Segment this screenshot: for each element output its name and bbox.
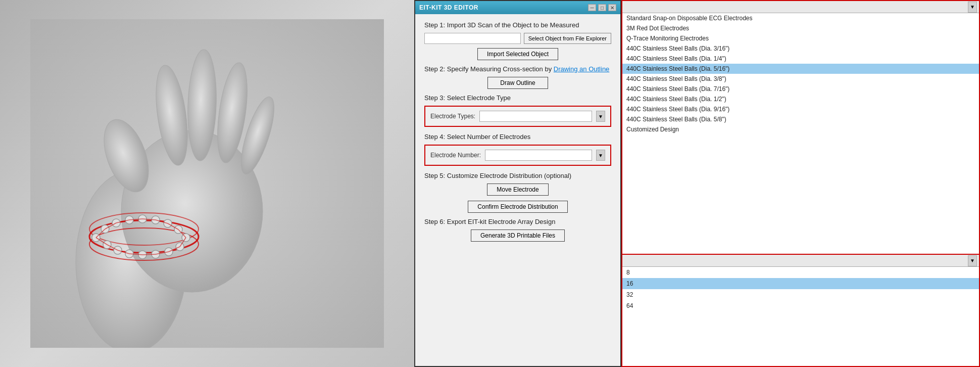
electrode-type-dropdown-arrow[interactable]: ▼ xyxy=(596,111,605,122)
editor-panel: EIT-KIT 3D EDITOR ─ □ ✕ Step 1: Import 3… xyxy=(414,0,621,367)
hand-visual xyxy=(0,0,414,367)
electrode-numbers-list[interactable]: 8163264 xyxy=(622,267,979,366)
electrode-types-panel: ▼ Standard Snap-on Disposable ECG Electr… xyxy=(622,1,979,255)
minimize-button[interactable]: ─ xyxy=(588,4,596,11)
electrode-number-label: Electrode Number: xyxy=(430,152,481,159)
editor-title: EIT-KIT 3D EDITOR xyxy=(419,4,478,11)
file-input[interactable] xyxy=(424,33,521,44)
electrode-numbers-arrow[interactable]: ▼ xyxy=(968,255,977,266)
editor-content: Step 1: Import 3D Scan of the Object to … xyxy=(415,14,620,366)
svg-line-38 xyxy=(142,254,156,255)
hand-svg xyxy=(30,19,384,348)
import-btn-row: Import Selected Object xyxy=(424,48,611,60)
close-button[interactable]: ✕ xyxy=(608,4,616,11)
electrode-type-item[interactable]: 440C Stainless Steel Balls (Dia. 7/16") xyxy=(622,84,979,94)
step2-title: Step 2: Specify Measuring Cross-section … xyxy=(424,65,611,73)
move-btn-row: Move Electrode xyxy=(424,183,611,196)
electrode-numbers-panel: ▼ 8163264 xyxy=(622,255,979,366)
maximize-button[interactable]: □ xyxy=(598,4,606,11)
step1-title: Step 1: Import 3D Scan of the Object to … xyxy=(424,21,611,29)
electrode-type-item[interactable]: Standard Snap-on Disposable ECG Electrod… xyxy=(622,13,979,23)
electrode-number-item[interactable]: 16 xyxy=(622,278,979,289)
electrode-number-item[interactable]: 64 xyxy=(622,300,979,311)
confirm-distribution-button[interactable]: Confirm Electrode Distribution xyxy=(468,201,567,213)
move-electrode-button[interactable]: Move Electrode xyxy=(487,183,548,196)
electrode-type-item[interactable]: 440C Stainless Steel Balls (Dia. 1/2") xyxy=(622,94,979,104)
step4-title: Step 4: Select Number of Electrodes xyxy=(424,133,611,141)
confirm-btn-row: Confirm Electrode Distribution xyxy=(424,201,611,213)
file-row: Select Object from File Explorer xyxy=(424,33,611,44)
electrode-type-item[interactable]: Q-Trace Monitoring Electrodes xyxy=(622,33,979,43)
generate-btn-row: Generate 3D Printable Files xyxy=(424,230,611,242)
step5-title: Step 5: Customize Electrode Distribution… xyxy=(424,172,611,179)
draw-btn-row: Draw Outline xyxy=(424,77,611,89)
electrode-number-dropdown-arrow[interactable]: ▼ xyxy=(596,150,605,161)
electrode-type-input[interactable] xyxy=(479,111,592,122)
electrode-type-item[interactable]: 440C Stainless Steel Balls (Dia. 3/16") xyxy=(622,43,979,54)
electrode-types-arrow[interactable]: ▼ xyxy=(968,2,977,13)
electrode-number-item[interactable]: 32 xyxy=(622,289,979,300)
electrode-type-item[interactable]: 440C Stainless Steel Balls (Dia. 5/16") xyxy=(622,64,979,74)
draw-outline-button[interactable]: Draw Outline xyxy=(487,77,548,89)
electrode-number-box: Electrode Number: ▼ xyxy=(424,145,611,166)
titlebar-controls: ─ □ ✕ xyxy=(588,4,616,11)
electrode-type-label: Electrode Types: xyxy=(430,113,475,120)
import-selected-button[interactable]: Import Selected Object xyxy=(477,48,558,60)
generate-files-button[interactable]: Generate 3D Printable Files xyxy=(471,230,565,242)
electrode-type-item[interactable]: 440C Stainless Steel Balls (Dia. 3/8") xyxy=(622,74,979,84)
electrode-number-item[interactable]: 8 xyxy=(622,267,979,278)
electrode-type-item[interactable]: 440C Stainless Steel Balls (Dia. 1/4") xyxy=(622,54,979,64)
select-file-button[interactable]: Select Object from File Explorer xyxy=(524,33,611,44)
right-panel: ▼ Standard Snap-on Disposable ECG Electr… xyxy=(621,0,980,367)
electrode-types-header: ▼ xyxy=(622,1,979,13)
editor-titlebar: EIT-KIT 3D EDITOR ─ □ ✕ xyxy=(415,1,620,14)
electrode-numbers-header: ▼ xyxy=(622,255,979,267)
electrode-type-item[interactable]: 440C Stainless Steel Balls (Dia. 9/16") xyxy=(622,104,979,114)
electrode-type-item[interactable]: 3M Red Dot Electrodes xyxy=(622,23,979,33)
electrode-types-list[interactable]: Standard Snap-on Disposable ECG Electrod… xyxy=(622,13,979,254)
visualization-panel xyxy=(0,0,414,367)
electrode-type-item[interactable]: 440C Stainless Steel Balls (Dia. 5/8") xyxy=(622,114,979,124)
electrode-number-row: Electrode Number: ▼ xyxy=(430,150,605,161)
electrode-type-row: Electrode Types: ▼ xyxy=(430,111,605,122)
step6-title: Step 6: Export EIT-kit Electrode Array D… xyxy=(424,218,611,225)
electrode-type-item[interactable]: Customized Design xyxy=(622,124,979,134)
electrode-number-input[interactable] xyxy=(485,150,592,161)
step3-title: Step 3: Select Electrode Type xyxy=(424,94,611,102)
electrode-type-box: Electrode Types: ▼ xyxy=(424,106,611,127)
